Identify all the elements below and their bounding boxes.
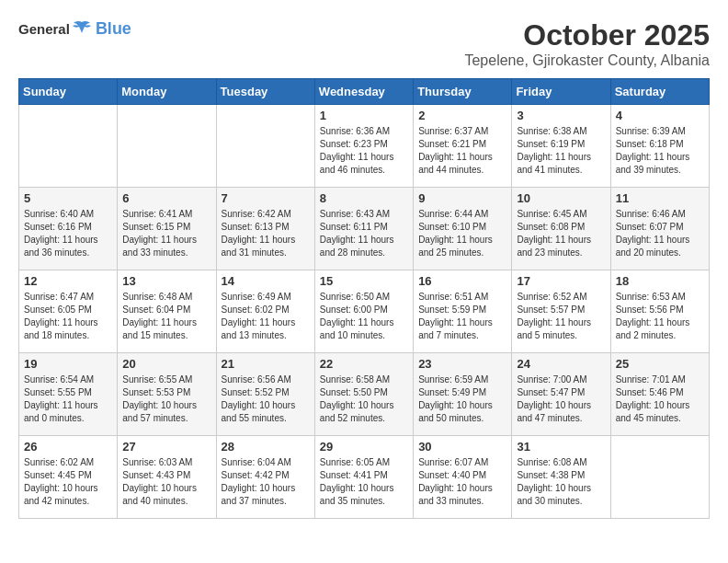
weekday-header: Saturday <box>610 79 709 105</box>
day-info: Sunrise: 6:05 AM Sunset: 4:41 PM Dayligh… <box>320 456 408 508</box>
calendar-day-cell: 17Sunrise: 6:52 AM Sunset: 5:57 PM Dayli… <box>512 270 610 353</box>
calendar-week-row: 5Sunrise: 6:40 AM Sunset: 6:16 PM Daylig… <box>19 188 710 270</box>
day-number: 12 <box>24 274 112 288</box>
calendar-day-cell <box>118 105 216 188</box>
logo-general: General <box>18 21 70 37</box>
day-info: Sunrise: 6:56 AM Sunset: 5:52 PM Dayligh… <box>222 373 310 425</box>
day-number: 19 <box>24 357 112 371</box>
day-number: 1 <box>320 109 408 122</box>
calendar-day-cell: 7Sunrise: 6:42 AM Sunset: 6:13 PM Daylig… <box>216 188 314 270</box>
calendar-week-row: 19Sunrise: 6:54 AM Sunset: 5:55 PM Dayli… <box>19 353 710 436</box>
calendar-day-cell: 9Sunrise: 6:44 AM Sunset: 6:10 PM Daylig… <box>414 188 512 270</box>
day-info: Sunrise: 6:54 AM Sunset: 5:55 PM Dayligh… <box>24 373 112 425</box>
day-number: 26 <box>24 440 112 454</box>
calendar-day-cell: 1Sunrise: 6:36 AM Sunset: 6:23 PM Daylig… <box>314 105 413 188</box>
calendar-day-cell: 8Sunrise: 6:43 AM Sunset: 6:11 PM Daylig… <box>314 188 413 270</box>
day-info: Sunrise: 6:39 AM Sunset: 6:18 PM Dayligh… <box>616 125 704 177</box>
calendar-day-cell: 27Sunrise: 6:03 AM Sunset: 4:43 PM Dayli… <box>118 436 216 519</box>
day-info: Sunrise: 6:07 AM Sunset: 4:40 PM Dayligh… <box>418 456 506 508</box>
day-number: 10 <box>517 191 605 205</box>
calendar-day-cell: 23Sunrise: 6:59 AM Sunset: 5:49 PM Dayli… <box>414 353 512 436</box>
day-info: Sunrise: 6:08 AM Sunset: 4:38 PM Dayligh… <box>517 456 605 508</box>
day-info: Sunrise: 6:49 AM Sunset: 6:02 PM Dayligh… <box>222 291 310 342</box>
day-info: Sunrise: 6:59 AM Sunset: 5:49 PM Dayligh… <box>418 373 506 425</box>
day-number: 23 <box>418 357 506 371</box>
day-number: 29 <box>320 440 408 454</box>
title-area: October 2025 Tepelene, Gjirokaster Count… <box>464 18 710 69</box>
day-info: Sunrise: 6:04 AM Sunset: 4:42 PM Dayligh… <box>222 456 310 508</box>
day-number: 22 <box>320 357 408 371</box>
calendar-day-cell: 14Sunrise: 6:49 AM Sunset: 6:02 PM Dayli… <box>216 270 314 353</box>
day-number: 11 <box>616 191 704 205</box>
weekday-header: Wednesday <box>314 79 413 105</box>
day-number: 30 <box>418 440 506 454</box>
calendar-day-cell: 24Sunrise: 7:00 AM Sunset: 5:47 PM Dayli… <box>512 353 610 436</box>
weekday-header: Thursday <box>414 79 512 105</box>
day-info: Sunrise: 6:52 AM Sunset: 5:57 PM Dayligh… <box>517 291 605 342</box>
calendar-day-cell: 19Sunrise: 6:54 AM Sunset: 5:55 PM Dayli… <box>19 353 118 436</box>
calendar-table: SundayMondayTuesdayWednesdayThursdayFrid… <box>18 78 710 519</box>
calendar-day-cell: 16Sunrise: 6:51 AM Sunset: 5:59 PM Dayli… <box>414 270 512 353</box>
day-number: 16 <box>418 274 506 288</box>
calendar-week-row: 26Sunrise: 6:02 AM Sunset: 4:45 PM Dayli… <box>19 436 710 519</box>
calendar-day-cell: 30Sunrise: 6:07 AM Sunset: 4:40 PM Dayli… <box>414 436 512 519</box>
weekday-header: Monday <box>118 79 216 105</box>
day-info: Sunrise: 6:43 AM Sunset: 6:11 PM Dayligh… <box>320 208 408 259</box>
day-info: Sunrise: 6:38 AM Sunset: 6:19 PM Dayligh… <box>517 125 605 177</box>
day-number: 2 <box>418 109 506 122</box>
day-number: 21 <box>222 357 310 371</box>
day-number: 3 <box>517 109 605 122</box>
calendar-day-cell: 26Sunrise: 6:02 AM Sunset: 4:45 PM Dayli… <box>19 436 118 519</box>
day-info: Sunrise: 6:51 AM Sunset: 5:59 PM Dayligh… <box>418 291 506 342</box>
page-header: General Blue October 2025 Tepelene, Gjir… <box>18 18 710 69</box>
day-number: 20 <box>122 357 210 371</box>
calendar-subtitle: Tepelene, Gjirokaster County, Albania <box>464 52 710 69</box>
day-info: Sunrise: 6:37 AM Sunset: 6:21 PM Dayligh… <box>418 125 506 177</box>
calendar-day-cell: 5Sunrise: 6:40 AM Sunset: 6:16 PM Daylig… <box>19 188 118 270</box>
calendar-week-row: 1Sunrise: 6:36 AM Sunset: 6:23 PM Daylig… <box>19 105 710 188</box>
day-info: Sunrise: 6:45 AM Sunset: 6:08 PM Dayligh… <box>517 208 605 259</box>
weekday-header: Sunday <box>19 79 118 105</box>
day-info: Sunrise: 6:42 AM Sunset: 6:13 PM Dayligh… <box>222 208 310 259</box>
day-number: 25 <box>616 357 704 371</box>
day-info: Sunrise: 7:01 AM Sunset: 5:46 PM Dayligh… <box>616 373 704 425</box>
day-info: Sunrise: 6:53 AM Sunset: 5:56 PM Dayligh… <box>616 291 704 342</box>
weekday-header: Friday <box>512 79 610 105</box>
calendar-day-cell: 11Sunrise: 6:46 AM Sunset: 6:07 PM Dayli… <box>610 188 709 270</box>
day-info: Sunrise: 6:48 AM Sunset: 6:04 PM Dayligh… <box>122 291 210 342</box>
day-info: Sunrise: 7:00 AM Sunset: 5:47 PM Dayligh… <box>517 373 605 425</box>
day-number: 9 <box>418 191 506 205</box>
day-info: Sunrise: 6:44 AM Sunset: 6:10 PM Dayligh… <box>418 208 506 259</box>
calendar-day-cell: 3Sunrise: 6:38 AM Sunset: 6:19 PM Daylig… <box>512 105 610 188</box>
logo-blue: Blue <box>96 19 131 39</box>
day-number: 14 <box>222 274 310 288</box>
calendar-day-cell: 21Sunrise: 6:56 AM Sunset: 5:52 PM Dayli… <box>216 353 314 436</box>
calendar-day-cell: 29Sunrise: 6:05 AM Sunset: 4:41 PM Dayli… <box>314 436 413 519</box>
calendar-day-cell: 10Sunrise: 6:45 AM Sunset: 6:08 PM Dayli… <box>512 188 610 270</box>
calendar-header-row: SundayMondayTuesdayWednesdayThursdayFrid… <box>19 79 710 105</box>
day-number: 31 <box>517 440 605 454</box>
calendar-day-cell <box>19 105 118 188</box>
day-info: Sunrise: 6:47 AM Sunset: 6:05 PM Dayligh… <box>24 291 112 342</box>
day-number: 6 <box>122 191 210 205</box>
logo-bird-icon <box>72 18 92 39</box>
calendar-day-cell: 2Sunrise: 6:37 AM Sunset: 6:21 PM Daylig… <box>414 105 512 188</box>
day-info: Sunrise: 6:41 AM Sunset: 6:15 PM Dayligh… <box>122 208 210 259</box>
calendar-day-cell: 22Sunrise: 6:58 AM Sunset: 5:50 PM Dayli… <box>314 353 413 436</box>
calendar-week-row: 12Sunrise: 6:47 AM Sunset: 6:05 PM Dayli… <box>19 270 710 353</box>
day-info: Sunrise: 6:55 AM Sunset: 5:53 PM Dayligh… <box>122 373 210 425</box>
calendar-day-cell: 12Sunrise: 6:47 AM Sunset: 6:05 PM Dayli… <box>19 270 118 353</box>
day-number: 27 <box>122 440 210 454</box>
calendar-day-cell: 13Sunrise: 6:48 AM Sunset: 6:04 PM Dayli… <box>118 270 216 353</box>
day-number: 17 <box>517 274 605 288</box>
calendar-day-cell: 20Sunrise: 6:55 AM Sunset: 5:53 PM Dayli… <box>118 353 216 436</box>
day-number: 24 <box>517 357 605 371</box>
logo: General Blue <box>18 18 131 39</box>
calendar-day-cell: 28Sunrise: 6:04 AM Sunset: 4:42 PM Dayli… <box>216 436 314 519</box>
day-number: 15 <box>320 274 408 288</box>
calendar-day-cell: 25Sunrise: 7:01 AM Sunset: 5:46 PM Dayli… <box>610 353 709 436</box>
day-number: 4 <box>616 109 704 122</box>
logo-icon: General <box>18 18 92 39</box>
day-number: 13 <box>122 274 210 288</box>
day-info: Sunrise: 6:46 AM Sunset: 6:07 PM Dayligh… <box>616 208 704 259</box>
